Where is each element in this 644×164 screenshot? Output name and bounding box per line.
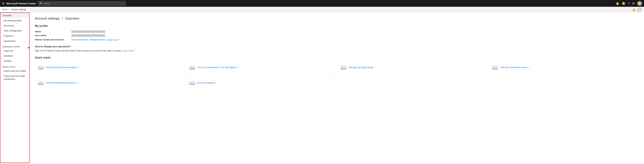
sidebar-item-payout-profiles[interactable]: Payout and tax profiles [0,68,29,74]
page-title-main: Account settings [35,17,60,20]
sidebar-item-learning-profile[interactable]: My learning profile [0,18,29,23]
sidebar-item-tenants[interactable]: Tenants [0,59,29,64]
profile-links: View permissions Request access Learn mo… [71,38,120,41]
username-value-blurred [71,34,105,37]
sidebar-item-payout-assignment[interactable]: Payout and tax profile assignment [0,74,29,82]
sidebar: Overview My learning profile My access U… [0,13,30,163]
card-text-1: Find your workspaces, roles and admins ↗ [198,66,239,69]
card-text-0: Getting around account settings ↗ [46,66,80,69]
breadcrumb-separator: › [8,8,9,11]
arrow-line [29,48,30,48]
profile-username-row: User name: [35,34,638,37]
page-title: Account settings | Overview [35,17,638,21]
sidebar-item-programs[interactable]: Programs [0,34,29,39]
card-text-3: Find IDs and domain names ↗ [500,66,530,69]
breadcrumb: Home › Account settings [0,7,29,12]
sidebar-item-user-management[interactable]: User management [0,28,29,33]
profile-permissions-row: Partner Center permissions: View permiss… [35,38,638,41]
search-box: 🔍 [38,1,126,6]
card-ext-icon-2: ↗ [374,66,376,68]
profile-name-row: Name: [35,30,638,33]
card-icon-3: 📖 [492,65,498,70]
hamburger-icon[interactable]: ☰ [2,2,4,5]
card-getting-around[interactable]: 📖 Getting around account settings ↗ [35,62,184,73]
page-title-sub: Overview [65,17,79,20]
breadcrumb-home[interactable]: Home [2,8,8,11]
card-enroll-programs[interactable]: 📖 Enroll in programs [186,77,336,89]
sidebar-section-org-profile: Organization profile [0,44,29,48]
breadcrumb-actions: 👍 💬 [632,8,644,12]
password-learn-more-link[interactable]: Learn more ⬡ [122,50,136,52]
comment-icon[interactable]: 💬 [638,8,641,12]
sidebar-item-my-access[interactable]: My access [0,23,29,28]
card-icon-4: 📖 [38,80,44,86]
password-ext-icon: ⬡ [134,49,136,51]
card-ext-icon-1: ↗ [238,66,239,68]
card-icon-1: 📖 [189,65,196,70]
search-icon: 🔍 [40,2,42,5]
card-text-5: Enroll in programs [198,81,215,84]
card-icon-0: 📖 [38,65,44,70]
breadcrumb-current: Account settings [10,8,27,11]
card-text-2: Manage your legal profile ↗ [349,66,376,69]
card-ext-icon-0: ↗ [78,66,80,68]
card-icon-5: 📖 [189,80,196,86]
cards-grid-row2: 📖 Link Microsoft learning account ↗ 📖 En… [35,77,638,89]
learn-more-link[interactable]: Learn more ⬡ [107,38,120,41]
name-label: Name: [35,30,69,33]
card-ext-icon-4: ↗ [77,82,79,84]
top-nav-icons: 🔔 🙂 ? ⚙ M [616,1,642,6]
card-workspaces[interactable]: 📖 Find your workspaces, roles and admins… [186,62,336,73]
password-text: Sign out of Partner Center and then sele… [35,49,638,52]
notifications-icon[interactable]: 🔔 [616,2,619,5]
card-legal-profile[interactable]: 📖 Manage your legal profile ↗ [338,62,487,73]
my-profile-heading: My profile [35,25,638,28]
help-icon[interactable]: ? [628,2,630,5]
app-title: Microsoft Partner Center [6,2,36,5]
card-icon-2: 📖 [341,65,347,70]
settings-icon[interactable]: ⚙ [632,2,634,5]
profile-table: Name: User name: Partner Center permissi… [35,30,638,41]
avatar[interactable]: M [637,1,642,6]
arrow-head [28,47,29,49]
main-layout: Overview My learning profile My access U… [0,13,644,163]
card-text-4: Link Microsoft learning account ↗ [46,81,79,84]
arrow-annotation [28,47,30,49]
sidebar-section-payout: Payout and tax [0,64,29,68]
username-label: User name: [35,34,69,37]
card-link-learning[interactable]: 📖 Link Microsoft learning account ↗ [35,77,184,89]
main-content: Account settings | Overview My profile N… [30,13,644,163]
feedback-icon[interactable]: 🙂 [622,2,625,5]
name-value-blurred [71,31,105,33]
quick-starts-heading: Quick starts [35,56,638,59]
thumbs-up-icon[interactable]: 👍 [632,8,636,12]
cards-grid-row1: 📖 Getting around account settings ↗ 📖 Fi… [35,62,638,73]
learn-more-ext-icon: ⬡ [118,38,120,40]
password-heading: How to change your password? [35,45,638,48]
sidebar-item-agreements[interactable]: Agreements [0,39,29,44]
top-nav: ☰ Microsoft Partner Center 🔍 🔔 🙂 ? ⚙ M [0,0,644,7]
card-ids-domains[interactable]: 📖 Find IDs and domain names ↗ [489,62,639,73]
sidebar-item-legal-info[interactable]: Legal info [0,48,29,53]
permissions-label: Partner Center permissions: [35,38,69,41]
breadcrumb-outer: Home › Account settings 👍 💬 [0,7,644,13]
view-permissions-link[interactable]: View permissions [71,38,88,41]
page-title-separator: | [62,17,63,20]
card-ext-icon-3: ↗ [529,66,530,68]
sidebar-item-identifiers[interactable]: Identifiers [0,53,29,59]
request-access-link[interactable]: Request access [90,38,106,41]
sidebar-overview[interactable]: Overview [0,13,29,18]
search-input[interactable] [43,2,124,5]
